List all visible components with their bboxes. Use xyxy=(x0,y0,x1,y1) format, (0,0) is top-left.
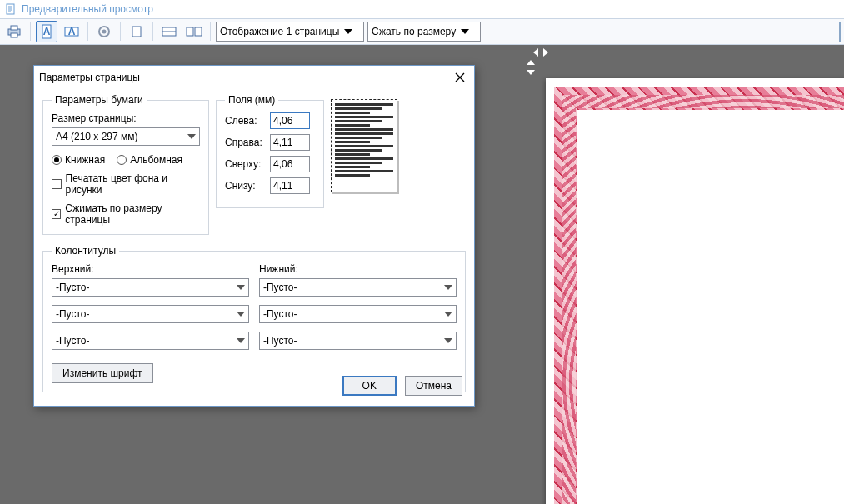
print-background-checkbox[interactable]: Печатать цвет фона и рисунки xyxy=(52,172,200,196)
svg-text:A: A xyxy=(68,26,76,37)
header-select-2[interactable]: -Пусто- xyxy=(52,305,249,323)
page-display-label: Отображение 1 страницы xyxy=(220,26,339,37)
margin-top-input[interactable] xyxy=(270,156,310,172)
chevron-down-icon xyxy=(444,312,452,317)
margin-left-input[interactable] xyxy=(270,112,310,129)
paper-fieldset: Параметры бумаги Размер страницы: A4 (21… xyxy=(42,94,209,235)
preview-workarea: Параметры страницы Параметры бумаги Разм… xyxy=(0,45,844,504)
ornate-border xyxy=(554,87,844,504)
chevron-down-icon xyxy=(237,285,245,290)
svg-rect-3 xyxy=(11,33,17,37)
checkbox-box-icon xyxy=(52,179,62,189)
window-title: Предварительный просмотр xyxy=(22,3,153,15)
headers-footers-legend: Колонтитулы xyxy=(52,245,119,257)
footer-select-3[interactable]: -Пусто- xyxy=(259,332,457,350)
margins-fieldset: Поля (мм) Слева: Справа: Сверху: Сни xyxy=(216,94,324,208)
chevron-down-icon xyxy=(237,312,245,317)
headers-footers-fieldset: Колонтитулы Верхний: -Пусто- -Пусто- -Пу… xyxy=(42,245,466,392)
document-icon xyxy=(5,3,17,15)
toolbar-right-divider xyxy=(839,22,841,42)
shrink-to-fit-checkbox[interactable]: Сжимать по размеру страницы xyxy=(52,202,200,226)
page-size-label: Размер страницы: xyxy=(52,112,200,124)
svg-rect-2 xyxy=(11,26,17,30)
header-label: Верхний: xyxy=(52,263,249,275)
chevron-down-icon xyxy=(237,338,245,343)
toolbar-separator xyxy=(87,22,88,41)
page-width-button[interactable] xyxy=(158,21,180,42)
margin-left-label: Слева: xyxy=(225,115,265,127)
margin-top-label: Сверху: xyxy=(225,158,265,170)
page-setup-dialog: Параметры страницы Параметры бумаги Разм… xyxy=(33,65,475,407)
checkbox-box-icon xyxy=(52,209,61,219)
change-font-button[interactable]: Изменить шрифт xyxy=(52,363,153,383)
chevron-down-icon xyxy=(461,29,469,34)
footer-select-2[interactable]: -Пусто- xyxy=(259,305,457,323)
print-button[interactable] xyxy=(3,21,25,42)
radio-dot-icon xyxy=(117,155,127,165)
margin-right-input[interactable] xyxy=(270,134,310,151)
toolbar-separator xyxy=(152,22,153,41)
page-display-select[interactable]: Отображение 1 страницы xyxy=(216,22,364,42)
settings-button[interactable] xyxy=(93,21,115,42)
svg-rect-0 xyxy=(7,4,14,14)
svg-point-9 xyxy=(102,30,107,34)
ok-button[interactable]: OK xyxy=(342,376,397,396)
orientation-portrait-radio[interactable]: Книжная xyxy=(52,154,105,166)
margin-right-label: Справа: xyxy=(225,137,265,148)
header-select-3[interactable]: -Пусто- xyxy=(52,332,249,350)
shrink-to-fit-label: Сжимать по размеру страницы xyxy=(65,202,200,226)
toolbar: A A Отображение 1 страницы Сжать по разм… xyxy=(0,18,844,45)
margin-bottom-input[interactable] xyxy=(270,177,310,194)
header-select-1[interactable]: -Пусто- xyxy=(52,278,249,297)
close-icon xyxy=(455,72,465,82)
portrait-button[interactable]: A xyxy=(36,21,57,42)
page-size-select[interactable]: A4 (210 x 297 мм) xyxy=(52,127,200,146)
footer-label: Нижний: xyxy=(259,263,457,275)
orientation-portrait-label: Книжная xyxy=(65,154,105,166)
window-titlebar: Предварительный просмотр xyxy=(0,0,844,18)
dialog-titlebar: Параметры страницы xyxy=(34,66,474,89)
svg-rect-10 xyxy=(132,27,141,37)
cancel-button[interactable]: Отмена xyxy=(405,376,462,396)
print-background-label: Печатать цвет фона и рисунки xyxy=(66,172,200,196)
dialog-close-button[interactable] xyxy=(451,69,469,86)
chevron-down-icon xyxy=(344,29,352,34)
toolbar-separator xyxy=(210,22,211,41)
toolbar-separator xyxy=(30,22,31,41)
page-size-value: A4 (210 x 297 мм) xyxy=(56,131,138,142)
splitter-horizontal[interactable] xyxy=(533,48,548,57)
svg-rect-13 xyxy=(195,27,202,36)
landscape-button[interactable]: A xyxy=(61,21,82,42)
ornate-border-inner xyxy=(562,95,844,504)
margins-legend: Поля (мм) xyxy=(225,94,278,106)
chevron-down-icon xyxy=(444,338,452,343)
orientation-landscape-label: Альбомная xyxy=(130,154,182,166)
footer-select-1[interactable]: -Пусто- xyxy=(259,278,457,297)
svg-rect-12 xyxy=(187,27,193,36)
orientation-landscape-radio[interactable]: Альбомная xyxy=(117,154,182,166)
page-preview xyxy=(546,78,844,504)
chevron-down-icon xyxy=(187,134,196,139)
chevron-down-icon xyxy=(444,285,452,290)
multi-page-button[interactable] xyxy=(183,21,205,42)
margin-preview-thumb xyxy=(331,94,414,192)
splitter-vertical[interactable] xyxy=(527,60,535,75)
radio-dot-icon xyxy=(52,155,62,165)
zoom-fit-label: Сжать по размеру xyxy=(372,26,456,37)
paper-legend: Параметры бумаги xyxy=(52,94,147,106)
margin-bottom-label: Снизу: xyxy=(225,180,265,192)
single-page-button[interactable] xyxy=(126,21,147,42)
toolbar-separator xyxy=(120,22,121,41)
zoom-fit-select[interactable]: Сжать по размеру xyxy=(367,22,481,42)
dialog-title: Параметры страницы xyxy=(39,72,140,83)
svg-text:A: A xyxy=(43,26,51,37)
